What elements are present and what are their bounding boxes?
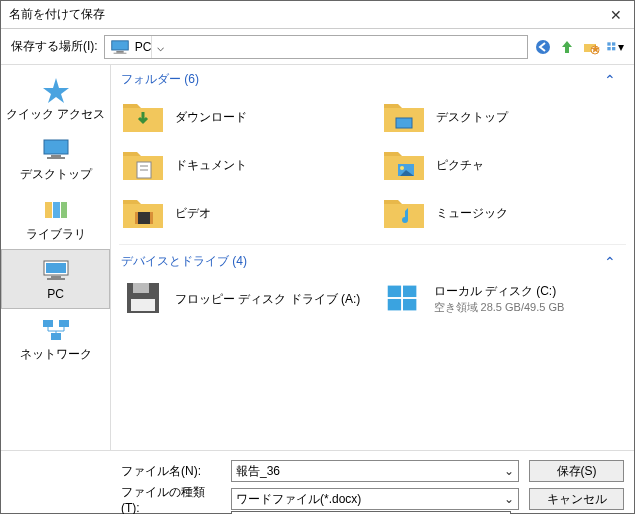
svg-rect-7 <box>607 42 610 45</box>
svg-rect-38 <box>387 298 400 309</box>
chevron-down-icon[interactable]: ⌄ <box>504 492 514 506</box>
filetype-combo[interactable]: ワードファイル(*.docx) ⌄ <box>231 488 519 510</box>
network-icon <box>39 316 73 344</box>
sidebar-item-libraries[interactable]: ライブラリ <box>1 189 110 249</box>
documents-folder-icon <box>121 146 165 184</box>
folder-item[interactable]: ピクチャ <box>378 142 629 188</box>
view-menu-icon[interactable]: ▾ <box>606 38 624 56</box>
sidebar-label: PC <box>47 287 64 301</box>
svg-rect-15 <box>53 202 60 218</box>
svg-rect-0 <box>111 40 128 49</box>
folder-item[interactable]: ミュージック <box>378 190 629 236</box>
sidebar-item-desktop[interactable]: デスクトップ <box>1 129 110 189</box>
svg-rect-1 <box>116 50 123 52</box>
svg-rect-16 <box>61 202 67 218</box>
svg-rect-13 <box>47 157 65 159</box>
chevron-down-icon[interactable]: ⌵ <box>151 36 169 58</box>
svg-rect-18 <box>46 263 66 273</box>
sidebar-label: ライブラリ <box>26 226 86 243</box>
folder-label: デスクトップ <box>436 109 508 126</box>
svg-rect-12 <box>51 155 61 157</box>
floppy-icon <box>121 279 165 320</box>
sidebar-item-network[interactable]: ネットワーク <box>1 309 110 369</box>
svg-rect-8 <box>612 42 615 45</box>
drive-label: ローカル ディスク (C:) <box>434 283 565 300</box>
folder-item[interactable]: ビデオ <box>117 190 368 236</box>
windows-drive-icon <box>382 279 424 320</box>
collapse-icon[interactable]: ⌃ <box>604 254 624 270</box>
save-as-dialog: 名前を付けて保存 ✕ 保存する場所(I): PC ⌵ ★ ▾ クイック アクセス… <box>0 0 635 514</box>
svg-rect-35 <box>131 299 155 311</box>
svg-rect-20 <box>47 278 65 280</box>
sidebar-label: ネットワーク <box>20 346 92 363</box>
drive-label: フロッピー ディスク ドライブ (A:) <box>175 291 360 308</box>
svg-rect-23 <box>51 333 61 340</box>
filetype-label: ファイルの種類(T): <box>121 484 221 515</box>
filename-input[interactable]: 報告_36 ⌄ <box>231 460 519 482</box>
pictures-folder-icon <box>382 146 426 184</box>
cancel-button[interactable]: キャンセル <box>529 488 624 510</box>
downloads-folder-icon <box>121 98 165 136</box>
folder-item[interactable]: ダウンロード <box>117 94 368 140</box>
desktop-icon <box>39 136 73 164</box>
svg-rect-36 <box>387 285 400 296</box>
filename-label: ファイル名(N): <box>121 463 221 480</box>
sidebar-label: クイック アクセス <box>6 106 105 123</box>
up-icon[interactable] <box>558 38 576 56</box>
svg-rect-14 <box>45 202 52 218</box>
location-label: 保存する場所(I): <box>11 38 98 55</box>
folder-label: ミュージック <box>436 205 508 222</box>
window-title: 名前を付けて保存 <box>7 6 105 23</box>
star-icon <box>39 76 73 104</box>
location-text: PC <box>135 40 152 54</box>
svg-rect-39 <box>403 298 416 309</box>
drive-item[interactable]: ローカル ディスク (C:)空き領域 28.5 GB/49.5 GB <box>378 276 629 322</box>
devices-header[interactable]: デバイスとドライブ (4) ⌃ <box>111 247 634 274</box>
sidebar-label: デスクトップ <box>20 166 92 183</box>
svg-rect-11 <box>44 140 68 154</box>
music-folder-icon <box>382 194 426 232</box>
svg-rect-2 <box>113 52 126 53</box>
svg-rect-37 <box>403 285 416 296</box>
folders-header[interactable]: フォルダー (6) ⌃ <box>111 65 634 92</box>
pc-icon <box>39 257 73 285</box>
folder-item[interactable]: デスクトップ <box>378 94 629 140</box>
file-pane: フォルダー (6) ⌃ ダウンロードデスクトップドキュメントピクチャビデオミュー… <box>111 65 634 450</box>
new-folder-icon[interactable]: ★ <box>582 38 600 56</box>
libraries-icon <box>39 196 73 224</box>
drive-item[interactable]: フロッピー ディスク ドライブ (A:) <box>117 276 368 322</box>
svg-rect-22 <box>59 320 69 327</box>
places-sidebar: クイック アクセス デスクトップ ライブラリ PC ネットワーク <box>1 65 111 450</box>
folder-label: ダウンロード <box>175 109 247 126</box>
videos-folder-icon <box>121 194 165 232</box>
svg-rect-21 <box>43 320 53 327</box>
folder-label: ビデオ <box>175 205 211 222</box>
svg-rect-34 <box>133 283 149 293</box>
svg-rect-9 <box>607 47 610 50</box>
sidebar-item-pc[interactable]: PC <box>1 249 110 309</box>
folder-label: ドキュメント <box>175 157 247 174</box>
collapse-icon[interactable]: ⌃ <box>604 72 624 88</box>
folder-item[interactable]: ドキュメント <box>117 142 368 188</box>
svg-point-29 <box>400 166 404 170</box>
drive-sub: 空き領域 28.5 GB/49.5 GB <box>434 300 565 315</box>
svg-rect-32 <box>150 212 153 224</box>
folder-label: ピクチャ <box>436 157 484 174</box>
chevron-down-icon[interactable]: ⌄ <box>504 464 514 478</box>
bottom-panel: ファイル名(N): 報告_36 ⌄ 保存(S) ファイルの種類(T): ワードフ… <box>1 450 634 513</box>
save-button[interactable]: 保存(S) <box>529 460 624 482</box>
svg-rect-24 <box>396 118 412 128</box>
svg-text:★: ★ <box>590 42 601 56</box>
svg-rect-10 <box>612 47 615 50</box>
toolbar: 保存する場所(I): PC ⌵ ★ ▾ <box>1 29 634 65</box>
close-icon[interactable]: ✕ <box>604 5 628 25</box>
location-combo[interactable]: PC ⌵ <box>104 35 528 59</box>
svg-point-3 <box>536 40 550 54</box>
pc-icon <box>109 39 131 55</box>
svg-rect-31 <box>135 212 138 224</box>
svg-rect-19 <box>51 276 61 278</box>
sidebar-item-quickaccess[interactable]: クイック アクセス <box>1 69 110 129</box>
desktop-folder-icon <box>382 98 426 136</box>
titlebar: 名前を付けて保存 ✕ <box>1 1 634 29</box>
back-icon[interactable] <box>534 38 552 56</box>
